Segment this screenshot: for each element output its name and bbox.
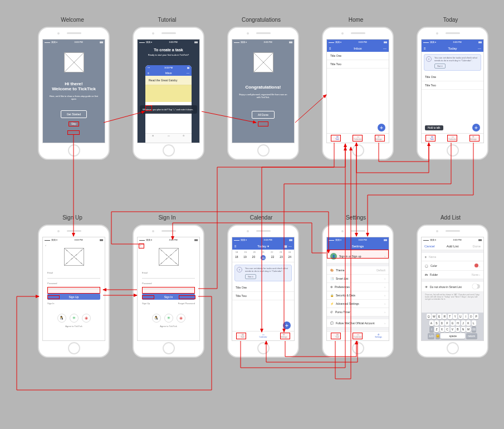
congrats-sub: Enjoy a well-planned, organized life fro…: [238, 93, 288, 99]
hotspot-tutorial-next[interactable]: [145, 105, 152, 111]
screen-title-addlist: Add List: [409, 214, 492, 221]
task-row[interactable]: Title One: [232, 284, 294, 292]
keyboard[interactable]: QWERTYUIOP ASDFGHJKL ⇧ZXCVBNM⌫ 123😊space…: [422, 313, 483, 340]
hotspot-set-tab-calendar[interactable]: [353, 333, 363, 339]
hold-toast: Hold to talk: [425, 125, 443, 130]
today-title: Today: [448, 47, 457, 50]
tab-settings[interactable]: ⚙Settings: [368, 332, 389, 340]
home-title: Inbox: [354, 47, 362, 50]
settings-item[interactable]: 💬Follow WeChat Official Account›: [327, 319, 389, 328]
back-button[interactable]: ‹: [138, 242, 199, 248]
today-tip-banner: × You can set dates for tasks and check …: [424, 54, 481, 71]
settings-title: Settings: [352, 245, 364, 248]
back-button[interactable]: ‹: [43, 242, 105, 248]
signin-link[interactable]: Sign In: [47, 302, 54, 305]
social-qq-icon[interactable]: 🐧: [57, 314, 66, 323]
screen-title-calendar: Calendar: [219, 214, 303, 221]
cancel-button[interactable]: Cancel: [424, 245, 435, 248]
hotspot-signin-to-signup[interactable]: [142, 295, 154, 299]
task-row[interactable]: Title Two: [232, 292, 294, 300]
screen-title-today: Today: [409, 17, 492, 23]
welcome-subtext: Here, we'd like to show a three-step gui…: [48, 95, 99, 100]
hotspot-signup-submit[interactable]: [47, 287, 100, 294]
phone-tutorial: 滴滴 ▾3:03 PM▮▮▮ To create a task Ready to…: [133, 27, 204, 160]
hotspot-today-tab-task[interactable]: [425, 135, 436, 142]
screen-title-home: Home: [314, 17, 398, 23]
task-row[interactable]: Title Two: [422, 81, 483, 90]
screen-title-welcome: Welcome: [31, 17, 114, 23]
hotspot-get-started[interactable]: [68, 121, 79, 126]
tab-calendar[interactable]: ▭Calendar: [253, 332, 273, 340]
congrats-image-placeholder: [253, 52, 273, 72]
folder-field[interactable]: 🗀FolderNone ›: [422, 271, 483, 279]
hotspot-today-tab-calendar[interactable]: [447, 135, 457, 142]
menu-icon[interactable]: ≡: [329, 47, 331, 50]
settings-item[interactable]: ⚙Preferences›: [327, 283, 389, 291]
all-done-button[interactable]: All Done: [252, 111, 275, 119]
hotspot-home-tab-task[interactable]: [331, 135, 341, 142]
tutorial-heading: To create a task: [154, 48, 183, 52]
addlist-title: Add List: [447, 245, 459, 248]
hotspot-settings-profile[interactable]: [327, 250, 389, 259]
logo-placeholder: [159, 248, 179, 266]
hotspot-cal-tab-task[interactable]: [236, 333, 246, 339]
settings-item[interactable]: 🎨ThemeDefault: [327, 266, 389, 275]
smartlist-toggle-row[interactable]: 👁Do not show in Smart List: [422, 282, 483, 292]
close-icon[interactable]: ×: [237, 267, 242, 272]
task-row[interactable]: Title One: [422, 73, 483, 81]
phone-welcome: 滴滴 ▾3:03 PM▮▮▮ Hi there! Welcome to Tick…: [38, 27, 110, 160]
close-icon[interactable]: ×: [426, 56, 432, 62]
wireframe-flow-diagram: Welcome Tutorial Congratulations Home To…: [0, 0, 504, 429]
agreement-text: Agree to TickTick: [47, 325, 100, 328]
agreement-text: Agree to TickTick: [142, 325, 195, 328]
signup-link[interactable]: Sign Up: [142, 302, 150, 305]
calendar-title: Today ▾: [257, 244, 269, 248]
color-field[interactable]: ◯Color ›: [422, 261, 483, 271]
email-field[interactable]: [142, 274, 195, 279]
hotspot-signin-forgot[interactable]: [179, 295, 195, 299]
social-weibo-icon[interactable]: ◉: [177, 314, 185, 323]
social-wechat-icon[interactable]: ✳: [164, 314, 173, 323]
add-task-fab[interactable]: +: [378, 124, 385, 131]
hotspot-today-tab-settings[interactable]: [469, 135, 479, 142]
settings-item[interactable]: ⏱Pomo Timer›: [327, 308, 389, 316]
hotspot-home-tab-calendar[interactable]: [353, 135, 363, 142]
forgot-link[interactable]: Forgot Password: [178, 302, 195, 305]
tutorial-sub: Ready to start your first to-do in TickT…: [148, 53, 189, 56]
logo-placeholder: [64, 52, 84, 72]
logo-placeholder: [64, 248, 84, 266]
phone-settings: 滴滴 ▾3:03 PM▮▮▮ Settings 👤Sign in or Sign…: [322, 225, 394, 358]
task-row[interactable]: Title One: [327, 52, 389, 60]
get-started-button[interactable]: Get Started: [61, 110, 87, 118]
got-it-button[interactable]: Got it: [434, 64, 446, 69]
toggle-hint: Once on, list will not be shown in "All"…: [422, 292, 483, 302]
social-qq-icon[interactable]: 🐧: [152, 314, 161, 323]
hotspot-signup-to-signin[interactable]: [47, 295, 60, 299]
got-it-button[interactable]: Got it: [245, 274, 256, 279]
done-button[interactable]: Done: [473, 245, 481, 248]
hotspot-skip[interactable]: [67, 130, 80, 135]
screen-title-signup: Sign Up: [31, 214, 114, 221]
phone-calendar: 滴滴 ▾3:03 PM▮▮▮ ≡Today ▾▦ ⋯ 1819202122232…: [227, 225, 299, 358]
hotspot-set-tab-task[interactable]: [331, 333, 341, 339]
settings-item[interactable]: 🔒Security & Data›: [327, 291, 389, 300]
social-wechat-icon[interactable]: ✳: [70, 314, 79, 323]
hotspot-all-done[interactable]: [258, 121, 268, 126]
phone-signup: 滴滴 ▾3:03 PM▮▮▮ ‹ Email Password Sign Up …: [38, 225, 110, 358]
hotspot-signin-back[interactable]: [139, 243, 144, 248]
settings-item[interactable]: 📑Smart List›: [327, 275, 389, 283]
phone-home: 滴滴 ▾3:03 PM▮▮▮ ≡Inbox⋯ Title One Title T…: [322, 27, 394, 160]
name-field[interactable]: ≡Name: [422, 253, 483, 261]
welcome-heading-1: Hi there!: [65, 81, 82, 86]
add-task-fab[interactable]: +: [472, 124, 480, 131]
task-row[interactable]: Title Two: [327, 60, 389, 69]
phone-congrats: 滴滴 ▾3:03 PM▮▮▮ Congratulations! Enjoy a …: [227, 27, 299, 160]
social-weibo-icon[interactable]: ◉: [82, 314, 91, 323]
hotspot-signin-submit[interactable]: [142, 287, 195, 294]
hotspot-cal-tab-settings[interactable]: [280, 333, 290, 339]
phone-signin: 滴滴 ▾3:03 PM▮▮▮ ‹ Email Password Sign In …: [133, 225, 204, 358]
hotspot-home-tab-settings[interactable]: [375, 135, 385, 142]
settings-item[interactable]: ⚡Advanced Settings›: [327, 300, 389, 308]
add-task-fab[interactable]: +: [283, 321, 291, 329]
email-field[interactable]: [47, 274, 100, 279]
